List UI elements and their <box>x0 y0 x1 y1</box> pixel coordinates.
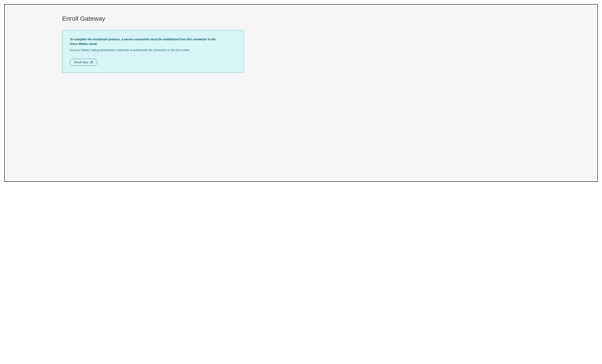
enrollment-info-panel: To complete the enrollment process, a se… <box>62 30 244 73</box>
page-frame: Enroll Gateway To complete the enrollmen… <box>4 4 598 182</box>
enrollment-heading: To complete the enrollment process, a se… <box>70 37 225 46</box>
external-link-icon <box>90 61 93 64</box>
content-wrapper: Enroll Gateway To complete the enrollmen… <box>62 15 244 73</box>
enroll-button-label: Enroll Now <box>74 61 88 64</box>
page-title: Enroll Gateway <box>62 15 244 22</box>
enrollment-description: Use your Webex Calling administrator cre… <box>70 48 236 52</box>
enroll-now-button[interactable]: Enroll Now <box>70 59 97 66</box>
